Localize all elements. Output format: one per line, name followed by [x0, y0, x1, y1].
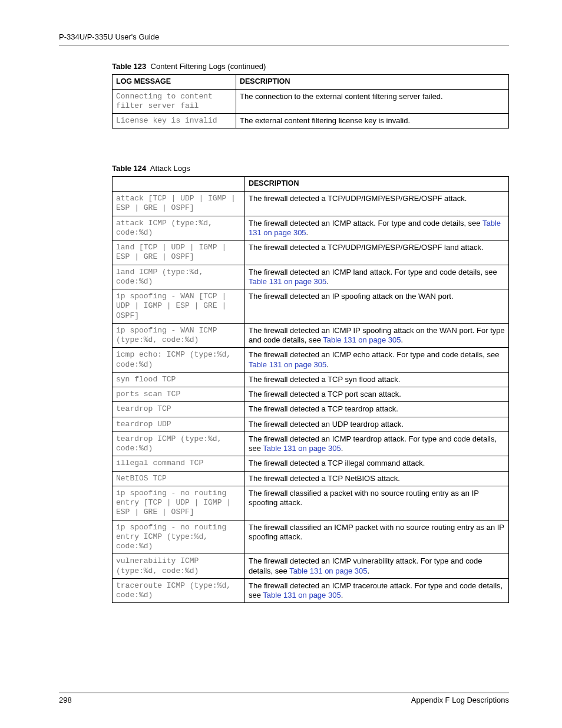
log-message-cell: ip spoofing - no routing entry ICMP (typ…	[113, 520, 245, 554]
description-cell: The firewall classified a packet with no…	[245, 486, 509, 520]
table-row: vulnerability ICMP (type:%d, code:%d)The…	[113, 554, 509, 579]
description-cell: The firewall detected an IP spoofing att…	[245, 289, 509, 324]
description-cell: The firewall detected an ICMP traceroute…	[245, 578, 509, 603]
table-row: land [TCP | UDP | IGMP | ESP | GRE | OSP…	[113, 241, 509, 265]
log-message-cell: teardrop UDP	[113, 417, 245, 431]
caption-text: Content Filtering Logs (continued)	[151, 62, 266, 71]
desc-text: The firewall detected an ICMP echo attac…	[249, 350, 499, 359]
table-row: License key is invalidThe external conte…	[113, 114, 509, 129]
cross-reference-link[interactable]: Table 131 on page 305	[263, 591, 340, 599]
log-message-cell: land ICMP (type:%d, code:%d)	[113, 265, 245, 289]
description-cell: The firewall detected an ICMP teardrop a…	[245, 431, 509, 456]
cross-reference-link[interactable]: Table 131 on page 305	[289, 566, 367, 575]
log-message-cell: land [TCP | UDP | IGMP | ESP | GRE | OSP…	[113, 241, 245, 265]
table-row: icmp echo: ICMP (type:%d, code:%d)The fi…	[113, 348, 509, 373]
caption-number: Table 124	[112, 164, 146, 173]
desc-text: .	[341, 444, 343, 453]
description-cell: The firewall detected a TCP teardrop att…	[245, 402, 509, 417]
table-row: syn flood TCPThe firewall detected a TCP…	[113, 372, 509, 387]
caption-number: Table 123	[112, 62, 146, 71]
table-row: teardrop UDPThe firewall detected an UDP…	[113, 417, 509, 431]
cross-reference-link[interactable]: Table 131 on page 305	[249, 360, 326, 369]
log-message-cell: syn flood TCP	[113, 372, 245, 387]
description-cell: The firewall detected a TCP/UDP/IGMP/ESP…	[245, 192, 509, 216]
description-cell: The connection to the external content f…	[236, 89, 509, 114]
log-message-cell: ports scan TCP	[113, 387, 245, 402]
desc-text: .	[306, 228, 309, 237]
desc-text: The firewall detected an ICMP land attac…	[249, 268, 497, 276]
description-cell: The firewall detected a TCP syn flood at…	[245, 372, 509, 387]
cross-reference-link[interactable]: Table 131 on page 305	[323, 335, 401, 344]
cross-reference-link[interactable]: Table 131 on page 305	[263, 444, 340, 453]
log-message-cell: teardrop ICMP (type:%d, code:%d)	[113, 431, 245, 456]
col-header-log	[113, 177, 245, 192]
table-row: traceroute ICMP (type:%d, code:%d)The fi…	[113, 578, 509, 603]
table-row: NetBIOS TCPThe firewall detected a TCP N…	[113, 471, 509, 486]
desc-text: .	[326, 360, 329, 369]
table-header-row: LOG MESSAGE DESCRIPTION	[113, 75, 509, 90]
log-message-cell: ip spoofing - WAN [TCP | UDP | IGMP | ES…	[113, 289, 245, 324]
page: P-334U/P-335U User's Guide Table 123 Con…	[0, 0, 562, 728]
running-header: P-334U/P-335U User's Guide	[59, 32, 509, 45]
log-message-cell: NetBIOS TCP	[113, 471, 245, 486]
description-cell: The firewall detected an ICMP land attac…	[245, 265, 509, 289]
page-footer: 298 Appendix F Log Descriptions	[59, 693, 509, 704]
description-cell: The firewall classified an ICMP packet w…	[245, 520, 509, 554]
desc-text: .	[326, 277, 329, 286]
log-message-cell: traceroute ICMP (type:%d, code:%d)	[113, 578, 245, 603]
log-message-cell: License key is invalid	[113, 114, 236, 129]
desc-text: The firewall detected an ICMP attack. Fo…	[249, 219, 482, 228]
table-row: illegal command TCPThe firewall detected…	[113, 456, 509, 471]
log-message-cell: ip spoofing - WAN ICMP (type:%d, code:%d…	[113, 323, 245, 348]
description-cell: The firewall detected a TCP illegal comm…	[245, 456, 509, 471]
col-header-log: LOG MESSAGE	[113, 75, 236, 90]
table-row: land ICMP (type:%d, code:%d)The firewall…	[113, 265, 509, 289]
description-cell: The firewall detected an ICMP echo attac…	[245, 348, 509, 373]
log-message-cell: ip spoofing - no routing entry [TCP | UD…	[113, 486, 245, 520]
table-row: ip spoofing - WAN [TCP | UDP | IGMP | ES…	[113, 289, 509, 324]
description-cell: The firewall detected an ICMP attack. Fo…	[245, 216, 509, 241]
table-row: ports scan TCPThe firewall detected a TC…	[113, 387, 509, 402]
col-header-desc: DESCRIPTION	[245, 177, 509, 192]
table-row: ip spoofing - no routing entry [TCP | UD…	[113, 486, 509, 520]
log-message-cell: Connecting to content filter server fail	[113, 89, 236, 114]
table-row: teardrop ICMP (type:%d, code:%d)The fire…	[113, 431, 509, 456]
table-row: ip spoofing - no routing entry ICMP (typ…	[113, 520, 509, 554]
log-message-cell: illegal command TCP	[113, 456, 245, 471]
description-cell: The firewall detected an ICMP vulnerabil…	[245, 554, 509, 579]
table-row: attack ICMP (type:%d, code:%d)The firewa…	[113, 216, 509, 241]
page-number: 298	[59, 696, 72, 704]
table-row: teardrop TCPThe firewall detected a TCP …	[113, 402, 509, 417]
table-123-caption: Table 123 Content Filtering Logs (contin…	[112, 62, 509, 71]
table-123: LOG MESSAGE DESCRIPTION Connecting to co…	[112, 74, 509, 129]
table-row: ip spoofing - WAN ICMP (type:%d, code:%d…	[113, 323, 509, 348]
desc-text: .	[367, 566, 369, 575]
table-row: attack [TCP | UDP | IGMP | ESP | GRE | O…	[113, 192, 509, 216]
desc-text: .	[401, 335, 404, 344]
log-message-cell: vulnerability ICMP (type:%d, code:%d)	[113, 554, 245, 579]
description-cell: The firewall detected a TCP/UDP/IGMP/ESP…	[245, 241, 509, 265]
col-header-desc: DESCRIPTION	[236, 75, 509, 90]
footer-section: Appendix F Log Descriptions	[411, 696, 509, 704]
table-124: DESCRIPTION attack [TCP | UDP | IGMP | E…	[112, 176, 509, 603]
description-cell: The firewall detected an ICMP IP spoofin…	[245, 323, 509, 348]
log-message-cell: icmp echo: ICMP (type:%d, code:%d)	[113, 348, 245, 373]
log-message-cell: attack [TCP | UDP | IGMP | ESP | GRE | O…	[113, 192, 245, 216]
table-header-row: DESCRIPTION	[113, 177, 509, 192]
desc-text: .	[341, 591, 343, 599]
description-cell: The external content filtering license k…	[236, 114, 509, 129]
description-cell: The firewall detected an UDP teardrop at…	[245, 417, 509, 431]
description-cell: The firewall detected a TCP NetBIOS atta…	[245, 471, 509, 486]
log-message-cell: teardrop TCP	[113, 402, 245, 417]
log-message-cell: attack ICMP (type:%d, code:%d)	[113, 216, 245, 241]
cross-reference-link[interactable]: Table 131 on page 305	[249, 277, 326, 286]
table-row: Connecting to content filter server fail…	[113, 89, 509, 114]
table-124-caption: Table 124 Attack Logs	[112, 164, 509, 173]
caption-text: Attack Logs	[150, 164, 190, 173]
description-cell: The firewall detected a TCP port scan at…	[245, 387, 509, 402]
